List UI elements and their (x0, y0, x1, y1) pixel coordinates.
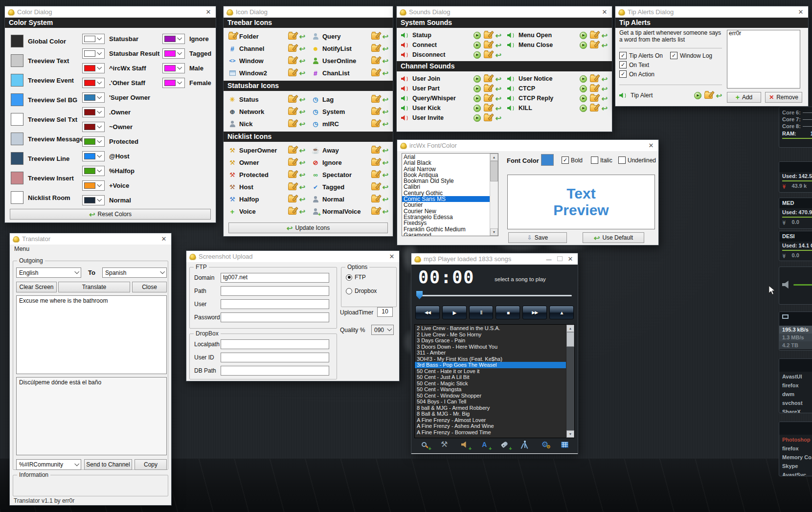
close-icon[interactable]: ✕ (601, 8, 609, 16)
play-sound-button[interactable]: ▶ (580, 95, 587, 102)
play-sound-button[interactable]: ▶ (580, 32, 587, 39)
volume-slider[interactable] (793, 284, 812, 286)
color-combo-select[interactable] (162, 78, 185, 88)
color-swatch[interactable] (11, 113, 23, 126)
play-sound-button[interactable]: ▶ (474, 85, 481, 92)
reset-icon-button[interactable]: ↩ (299, 159, 305, 166)
song-item[interactable]: 50 Cent - Magic Stick (415, 380, 566, 387)
song-item[interactable]: A Fine Frenzy - Ashes And Wine (415, 423, 566, 429)
browse-sound-button[interactable] (484, 115, 492, 121)
close-icon[interactable]: ✕ (566, 255, 574, 263)
browse-icon-button[interactable] (288, 196, 296, 202)
browse-icon-button[interactable] (288, 184, 296, 190)
browse-icon-button[interactable] (371, 109, 380, 115)
pause-button[interactable]: Ⅱ (469, 306, 494, 319)
song-item[interactable]: 8 ball & MJG - Armed Robbery (415, 405, 566, 411)
song-item[interactable]: 311 - Amber (415, 350, 566, 356)
use-default-button[interactable]: ↩ Use Default (583, 232, 644, 243)
play-sound-button[interactable]: ▶ (474, 42, 481, 49)
font-list-item[interactable]: Franklin Gothic Medium (402, 226, 490, 232)
font-dialog-titlebar[interactable]: ircWx Font/Color ✕ (397, 140, 658, 151)
eject-button[interactable]: ▲ (549, 306, 574, 319)
field-input-domain[interactable]: tg007.net (221, 273, 329, 283)
font-listbox[interactable]: ArialArial BlackArial NarrowBook Antiqua… (402, 153, 498, 236)
song-item[interactable]: 8 Ball & MJG - Mr. Big (415, 411, 566, 417)
reset-sound-button[interactable]: ↩ (601, 105, 608, 112)
browse-icon-button[interactable] (371, 196, 380, 202)
browse-sound-button[interactable] (590, 95, 598, 102)
reset-sound-button[interactable]: ↩ (495, 32, 501, 39)
field-input-user[interactable] (221, 299, 329, 309)
browse-sound-button[interactable] (484, 42, 492, 48)
browse-icon-button[interactable] (371, 45, 380, 52)
browse-icon-button[interactable] (371, 33, 380, 40)
reset-icon-button[interactable]: ↩ (382, 96, 388, 103)
color-swatch[interactable] (11, 74, 23, 87)
checkbox-underlined[interactable]: Underlined (618, 156, 656, 164)
play-sound-button[interactable]: ▶ (474, 95, 481, 102)
source-textarea[interactable]: Excuse me where is the bathroom (16, 295, 167, 374)
font-color-swatch[interactable] (541, 154, 554, 166)
color-combo-select[interactable] (82, 195, 105, 205)
font-list-item[interactable]: Garamond (402, 232, 490, 236)
reset-sound-button[interactable]: ↩ (601, 42, 608, 49)
checkbox-on-action[interactable]: ✓On Action (619, 69, 724, 79)
play-sound-button[interactable]: ▶ (474, 114, 481, 122)
color-combo-select[interactable] (162, 34, 185, 44)
alert-words-listbox[interactable]: err0r (727, 30, 800, 89)
reset-sound-button[interactable]: ↩ (601, 95, 608, 102)
browse-icon-button[interactable] (371, 172, 380, 178)
scroll-thumb[interactable] (490, 161, 498, 181)
upload-timer-input[interactable]: 10 (377, 307, 393, 317)
color-combo-select[interactable] (82, 166, 105, 176)
quality-select[interactable]: 090 (371, 325, 394, 335)
browse-icon-button[interactable] (288, 96, 296, 103)
reset-sound-button[interactable]: ↩ (601, 32, 608, 39)
scroll-down-icon[interactable]: ▼ (490, 228, 498, 236)
play-sound-button[interactable]: ▶ (474, 105, 481, 112)
browse-icon-button[interactable] (288, 70, 296, 76)
field-input-path[interactable] (221, 286, 329, 296)
next-button[interactable]: ▶▶ (522, 306, 547, 319)
reset-icon-button[interactable]: ↩ (299, 33, 305, 40)
font-list-item[interactable]: Calibri (402, 184, 490, 190)
reset-sound-button[interactable]: ↩ (495, 105, 501, 112)
play-sound-button[interactable]: ▶ (474, 51, 481, 59)
close-icon[interactable]: ✕ (204, 8, 212, 16)
color-combo-select[interactable] (162, 48, 185, 59)
song-item[interactable]: 50 Cent - Window Shopper (415, 393, 566, 399)
reset-sound-button[interactable]: ↩ (495, 85, 501, 92)
color-combo-select[interactable] (82, 151, 105, 161)
browse-icon-button[interactable] (371, 58, 380, 64)
checkbox-on-text[interactable]: ✓On Text (619, 60, 724, 69)
remove-button[interactable]: ✕ Remove (765, 92, 802, 103)
reset-icon-button[interactable]: ↩ (382, 171, 388, 178)
song-item[interactable]: 2 Live Crew - Banned in the U.S.A. (415, 325, 566, 332)
song-item[interactable]: 3 Doors Down - Here Without You (415, 344, 566, 350)
field-input-db-path[interactable] (221, 366, 329, 376)
reset-icon-button[interactable]: ↩ (382, 57, 388, 65)
reset-icon-button[interactable]: ↩ (299, 171, 305, 178)
clear-screen-button[interactable]: Clear Screen (16, 282, 57, 292)
close-icon[interactable]: ✕ (647, 142, 655, 150)
channel-select[interactable]: %#IRCommunity (16, 459, 81, 470)
reset-icon-button[interactable]: ↩ (382, 147, 388, 154)
sounds-dialog-titlebar[interactable]: Sounds Dialog ✕ (397, 6, 612, 18)
result-textarea[interactable]: Discúlpeme dónde está el baño (16, 377, 167, 455)
song-item[interactable]: 504 Boys - I Can Tell (415, 399, 566, 405)
browse-sound-button[interactable] (484, 105, 492, 111)
gears-icon[interactable]: ⚙⚙ (539, 440, 551, 449)
reset-icon-button[interactable]: ↩ (299, 69, 305, 77)
color-combo-select[interactable] (82, 63, 105, 73)
scroll-down-icon[interactable]: ▼ (566, 430, 574, 438)
reset-icon-button[interactable]: ↩ (382, 208, 388, 215)
play-sound-button[interactable]: ▶ (580, 105, 587, 112)
reset-sound-button[interactable]: ↩ (495, 51, 501, 59)
browse-icon-button[interactable] (288, 147, 296, 154)
browse-icon-button[interactable] (371, 70, 380, 76)
song-item[interactable]: 50 Cent - Hate it or Love it (415, 368, 566, 375)
reset-icon-button[interactable]: ↩ (382, 33, 388, 40)
color-combo-select[interactable] (82, 92, 105, 103)
checkbox-bold[interactable]: ✓Bold (562, 156, 583, 164)
color-dialog-titlebar[interactable]: Color Dialog ✕ (5, 6, 216, 18)
